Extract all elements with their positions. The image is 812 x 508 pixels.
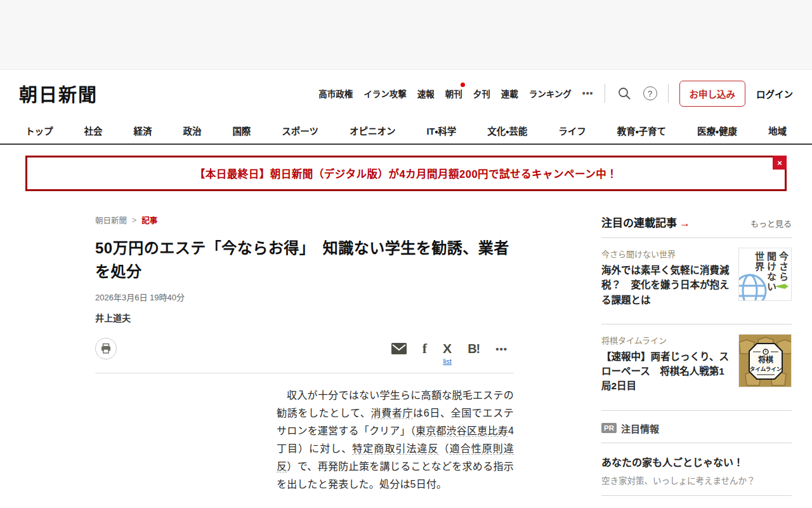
close-icon[interactable]: ×: [773, 156, 787, 170]
search-icon[interactable]: [616, 85, 632, 102]
nav-item-keizai[interactable]: 経済: [133, 124, 152, 137]
nav-item-life[interactable]: ライフ: [558, 124, 586, 137]
svg-text:将棋: 将棋: [757, 355, 773, 364]
top-ad-strip: [0, 0, 812, 70]
nav-item-opinion[interactable]: オピニオン: [350, 124, 396, 137]
nav-item-kyoiku[interactable]: 教育・子育て: [617, 124, 666, 137]
login-button[interactable]: ログイン: [756, 87, 793, 100]
pr-item-1-title: あなたの家も人ごとじゃない！: [601, 454, 792, 469]
featured-series-header: 注目の連載記事 → もっと見る: [601, 214, 792, 230]
campaign-banner[interactable]: 【本日最終日】朝日新聞（デジタル版）が4カ月間月額200円で試せるキャンペーン中…: [25, 156, 787, 191]
topic-link-iran[interactable]: イラン攻撃: [363, 87, 407, 100]
article-title: 50万円のエステ「今ならお得」 知識ない学生を勧誘、業者を処分: [95, 236, 514, 283]
topic-link-ranking[interactable]: ランキング: [529, 87, 572, 100]
divider: [668, 84, 669, 103]
nav-item-shakai[interactable]: 社会: [84, 124, 102, 137]
topic-link-takaichi[interactable]: 高市政権: [318, 87, 353, 100]
breadcrumb-separator: >: [132, 216, 136, 225]
facebook-share-icon[interactable]: f: [422, 340, 427, 357]
campaign-banner-area: 【本日最終日】朝日新聞（デジタル版）が4カ月間月額200円で試せるキャンペーン中…: [0, 145, 812, 191]
featured-article-1-title: 海外では素早く気軽に消費減税？ 変化を嫌う日本が抱える課題とは: [601, 263, 730, 307]
featured-series-title[interactable]: 注目の連載記事: [601, 214, 677, 230]
featured-article-1-thumbnail: 世界 聞けない 今さら: [738, 248, 792, 301]
article-body: 収入が十分ではない学生らに高額な脱毛エステの勧誘をしたとして、消費者庁は6日、全…: [277, 387, 514, 493]
featured-article-2-thumbnail: 将棋 タイムライン: [738, 334, 792, 387]
topic-link-chokan[interactable]: 朝刊: [445, 87, 462, 100]
nav-item-seiji[interactable]: 政治: [183, 124, 201, 137]
article-divider: [95, 373, 514, 373]
shogi-timeline-icon: 将棋 タイムライン: [739, 335, 792, 387]
article-date: 2026年3月6日 19時40分: [95, 291, 514, 303]
breadcrumb: 朝日新聞 > 記事: [95, 214, 514, 226]
pr-section-header: PR 注目情報: [601, 422, 792, 435]
body-text: （: [439, 443, 450, 454]
nav-item-kokusai[interactable]: 国際: [232, 124, 251, 137]
featured-article-2[interactable]: 将棋タイムライン 【速報中】両者じっくり、スローペース 将棋名人戦第1局2日目: [601, 324, 792, 403]
featured-article-2-title: 【速報中】両者じっくり、スローペース 将棋名人戦第1局2日目: [601, 349, 730, 394]
featured-article-2-category: 将棋タイムライン: [601, 334, 730, 346]
nav-item-chiiki[interactable]: 地域: [768, 124, 787, 137]
topic-link-yukan[interactable]: 夕刊: [473, 87, 490, 100]
nav-item-iryo[interactable]: 医療・健康: [697, 124, 737, 137]
breadcrumb-current[interactable]: 記事: [141, 214, 157, 226]
sidebar-divider: [601, 410, 792, 411]
print-button[interactable]: [95, 338, 117, 359]
body-link-tokushoho[interactable]: 特定商取引法違反: [352, 443, 438, 455]
more-topics-icon[interactable]: •••: [582, 88, 594, 98]
body-link-ebisu[interactable]: 東京都渋谷区恵比寿: [416, 425, 508, 437]
article-column: 朝日新聞 > 記事 50万円のエステ「今ならお得」 知識ない学生を勧誘、業者を処…: [95, 214, 514, 508]
breadcrumb-home[interactable]: 朝日新聞: [95, 214, 127, 226]
header-utility-nav: 高市政権 イラン攻撃 速報 朝刊 夕刊 連載 ランキング ••• ? お申し込み…: [318, 81, 793, 107]
share-icons: f X list B! •••: [391, 340, 514, 357]
divider: [605, 84, 605, 103]
nav-item-bunka[interactable]: 文化・芸能: [487, 124, 527, 137]
nav-item-top[interactable]: トップ: [25, 124, 53, 137]
featured-article-1-category: 今さら聞けない世界: [601, 248, 730, 260]
site-header: 朝日新聞 高市政権 イラン攻撃 速報 朝刊 夕刊 連載 ランキング ••• ? …: [0, 70, 812, 117]
pr-section-title: 注目情報: [621, 422, 659, 435]
asahi-logo[interactable]: 朝日新聞: [19, 80, 98, 107]
article-author[interactable]: 井上道夫: [95, 311, 514, 324]
x-share-icon[interactable]: X list: [443, 341, 452, 356]
page-content: 朝日新聞 > 記事 50万円のエステ「今ならお得」 知識ない学生を勧誘、業者を処…: [0, 191, 812, 508]
body-link-shohishacho[interactable]: 消費者庁: [371, 408, 414, 419]
nav-item-sports[interactable]: スポーツ: [282, 124, 318, 137]
topic-link-rensai[interactable]: 連載: [501, 87, 518, 100]
pr-item-2[interactable]: 「Newton TV」で知る免疫の力 注目のキーワードは善玉菌とたんぱく質: [601, 496, 792, 508]
pr-item-1-subtitle: 空き家対策、いっしょに考えませんか？: [601, 474, 792, 486]
nav-item-it-kagaku[interactable]: IT・科学: [427, 124, 457, 137]
featured-article-1[interactable]: 今さら聞けない世界 海外では素早く気軽に消費減税？ 変化を嫌う日本が抱える課題と…: [601, 238, 792, 316]
pr-item-1[interactable]: あなたの家も人ごとじゃない！ 空き家対策、いっしょに考えませんか？: [601, 443, 792, 495]
pr-badge: PR: [601, 423, 617, 433]
topic-link-sokuho[interactable]: 速報: [417, 87, 435, 100]
hatena-share-icon[interactable]: B!: [468, 342, 480, 356]
campaign-banner-text[interactable]: 【本日最終日】朝日新聞（デジタル版）が4カ月間月額200円で試せるキャンペーン中…: [195, 166, 618, 181]
email-share-icon[interactable]: [391, 343, 407, 354]
list-link[interactable]: list: [443, 358, 451, 365]
more-share-icon[interactable]: •••: [495, 344, 508, 354]
help-icon[interactable]: ?: [643, 86, 657, 100]
arrow-right-icon: →: [679, 217, 690, 230]
main-navigation: トップ 社会 経済 政治 国際 スポーツ オピニオン IT・科学 文化・芸能 ラ…: [0, 117, 812, 145]
signup-button[interactable]: お申し込み: [679, 81, 746, 107]
see-more-link[interactable]: もっと見る: [750, 217, 792, 229]
svg-text:タイムライン: タイムライン: [750, 366, 782, 372]
printer-icon: [100, 343, 112, 354]
sidebar: 注目の連載記事 → もっと見る 今さら聞けない世界 海外では素早く気軽に消費減税…: [601, 214, 792, 508]
share-row: f X list B! •••: [95, 338, 514, 359]
body-text: ）で、再発防止策を講じることなどを求める指示を出したと発表した。処分は5日付。: [277, 461, 514, 490]
